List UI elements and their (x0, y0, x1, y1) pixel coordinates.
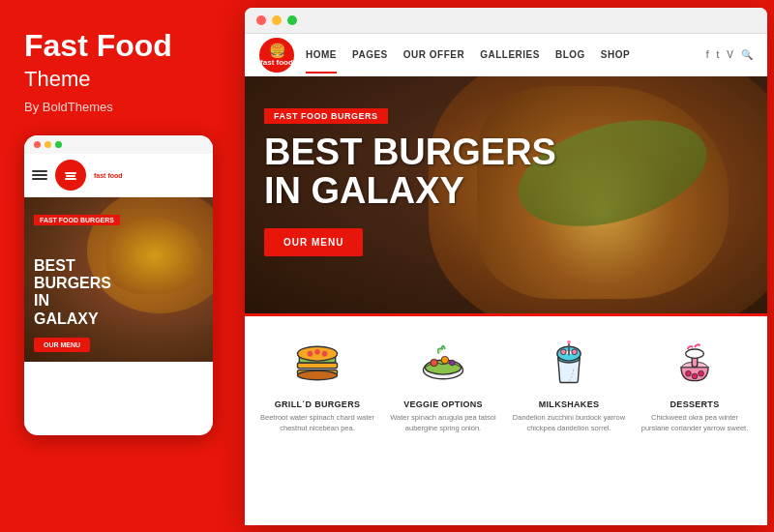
features-section: GRILL´D BURGERS Beetroot water spinach c… (245, 313, 767, 448)
svg-point-25 (686, 370, 692, 376)
feature-burgers-desc: Beetroot water spinach chard water chest… (259, 413, 375, 433)
mobile-nav: fast food (24, 154, 213, 197)
hero-badge: FAST FOOD BURGERS (264, 108, 388, 124)
feature-milkshakes-desc: Dandelion zucchini burdock yarrow chickp… (511, 413, 627, 433)
site-logo-text: fast food (260, 59, 293, 67)
mobile-mockup: fast food FAST FOOD BURGERS BESTBURGERSI… (24, 135, 213, 435)
theme-subtitle: Theme (24, 67, 213, 92)
svg-rect-2 (66, 175, 75, 177)
nav-link-offer[interactable]: OUR OFFER (403, 49, 464, 60)
hamburger-menu-icon[interactable] (32, 170, 47, 180)
hero-content: FAST FOOD BURGERS BEST BURGERS IN GALAXY… (264, 105, 556, 256)
site-nav: 🍔 fast food HOME PAGES OUR OFFER GALLERI… (245, 34, 767, 76)
nav-links: HOME PAGES OUR OFFER GALLERIES BLOG SHOP (306, 49, 706, 60)
svg-point-16 (450, 360, 456, 366)
browser-top-bar (245, 8, 767, 34)
svg-point-11 (322, 351, 328, 357)
feature-burgers: GRILL´D BURGERS Beetroot water spinach c… (259, 334, 375, 433)
svg-point-24 (686, 349, 704, 358)
search-icon[interactable]: 🔍 (741, 49, 753, 60)
feature-veggie: VEGGIE OPTIONS Water spinach arugula pea… (385, 334, 501, 433)
svg-point-14 (431, 359, 437, 366)
left-panel: Fast Food Theme By BoldThemes fast food (0, 0, 237, 532)
nav-link-pages[interactable]: PAGES (352, 49, 388, 60)
browser-dot-yellow (272, 15, 282, 25)
mobile-dot-green (55, 141, 62, 148)
nav-social: f t V 🔍 (706, 49, 753, 60)
svg-point-27 (692, 373, 698, 379)
browser-dot-red (256, 15, 266, 25)
mobile-dot-yellow (45, 141, 51, 148)
mobile-top-bar (24, 135, 213, 154)
twitter-icon[interactable]: t (717, 49, 720, 60)
svg-point-9 (308, 351, 313, 357)
feature-burgers-title: GRILL´D BURGERS (259, 399, 375, 409)
burgers-icon (288, 334, 346, 392)
theme-author: By BoldThemes (24, 100, 213, 114)
nav-link-home[interactable]: HOME (306, 49, 337, 60)
svg-point-15 (441, 356, 448, 363)
hero-title: BEST BURGERS IN GALAXY (264, 133, 556, 211)
svg-rect-4 (297, 363, 337, 369)
svg-point-26 (699, 370, 704, 376)
svg-rect-21 (568, 342, 570, 355)
svg-point-8 (297, 370, 337, 379)
hero-cta-button[interactable]: OUR MENU (264, 228, 363, 256)
feature-milkshakes-title: MILKSHAKES (511, 399, 627, 409)
theme-title: Fast Food (24, 29, 213, 63)
vimeo-icon[interactable]: V (727, 49, 733, 60)
svg-point-22 (567, 340, 571, 344)
nav-link-shop[interactable]: SHOP (601, 49, 630, 60)
nav-link-galleries[interactable]: GALLERIES (480, 49, 540, 60)
mobile-logo (55, 160, 86, 191)
hero-title-line1: BEST BURGERS (264, 132, 556, 172)
mobile-dot-red (34, 141, 41, 148)
mobile-cta-button[interactable]: OUR MENU (34, 338, 90, 352)
feature-desserts-title: DESSERTS (637, 399, 753, 409)
mobile-hero-title: BESTBURGERSINGALAXY (34, 257, 111, 329)
dessert-icon (666, 334, 724, 392)
svg-rect-3 (65, 178, 76, 180)
facebook-icon[interactable]: f (706, 49, 709, 60)
browser-mockup: 🍔 fast food HOME PAGES OUR OFFER GALLERI… (245, 8, 767, 525)
nav-link-blog[interactable]: BLOG (555, 49, 585, 60)
mobile-hero-badge: FAST FOOD BURGERS (34, 215, 120, 225)
feature-milkshakes: MILKSHAKES Dandelion zucchini burdock ya… (511, 334, 627, 433)
mobile-hero: FAST FOOD BURGERS BESTBURGERSINGALAXY OU… (24, 197, 213, 362)
hero-section: FAST FOOD BURGERS BEST BURGERS IN GALAXY… (245, 76, 767, 313)
svg-point-19 (561, 349, 567, 355)
site-logo: 🍔 fast food (259, 38, 294, 73)
veggie-icon (414, 334, 472, 392)
svg-rect-1 (65, 172, 76, 174)
svg-point-10 (314, 349, 320, 355)
mobile-logo-text: fast food (94, 172, 123, 179)
hero-title-line2: IN GALAXY (264, 170, 464, 211)
browser-dot-green (287, 15, 297, 25)
svg-point-20 (572, 349, 578, 355)
feature-veggie-desc: Water spinach arugula pea tatsoi aubergi… (385, 413, 501, 433)
feature-desserts-desc: Chickweed okra pea winter purslane coria… (637, 413, 753, 433)
feature-desserts: DESSERTS Chickweed okra pea winter pursl… (637, 334, 753, 433)
feature-veggie-title: VEGGIE OPTIONS (385, 399, 501, 409)
milkshake-icon (540, 334, 598, 392)
